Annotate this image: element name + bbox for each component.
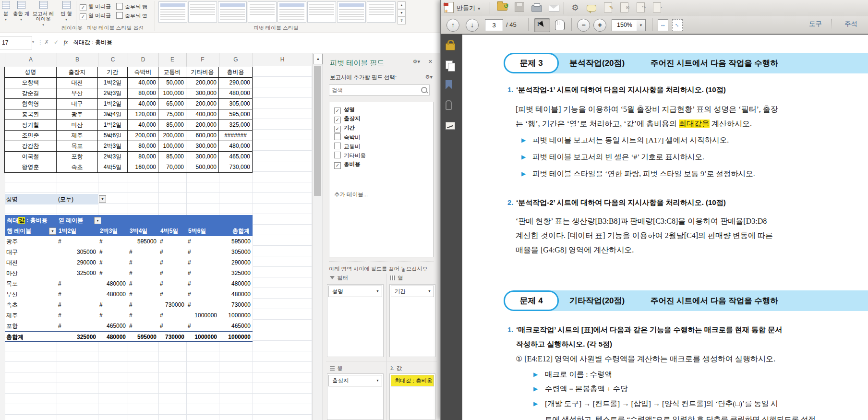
column-header-E[interactable]: E: [158, 53, 187, 66]
table-cell[interactable]: #######: [219, 131, 253, 141]
pivot-filter-value-cell[interactable]: (모두): [57, 194, 98, 204]
pivot-cell[interactable]: #: [158, 278, 186, 289]
pivot-cell[interactable]: #: [98, 257, 128, 268]
field-checkbox-기간[interactable]: ✓기간: [334, 124, 355, 132]
pivot-row-header[interactable]: 포항: [5, 321, 57, 331]
pivot-row-header[interactable]: 마산: [5, 268, 57, 278]
pivot-cell[interactable]: 730000: [158, 300, 186, 310]
cancel-icon[interactable]: ✗: [42, 36, 51, 48]
table-header-cell[interactable]: 교통비: [158, 67, 186, 78]
table-cell[interactable]: 300,000: [186, 141, 219, 152]
pivot-cell[interactable]: 290000: [219, 257, 253, 268]
pivot-cell[interactable]: #: [158, 236, 186, 247]
table-cell[interactable]: 1박2일: [98, 99, 128, 109]
table-cell[interactable]: 홍국환: [5, 109, 57, 120]
column-header-D[interactable]: D: [128, 53, 159, 66]
zoom-out-button[interactable]: −: [577, 19, 590, 32]
pivot-cell[interactable]: #: [186, 289, 219, 300]
table-cell[interactable]: 160,000: [128, 162, 158, 173]
pivot-column-header[interactable]: 총합계: [219, 226, 250, 236]
comments-panel-button[interactable]: 주석: [844, 20, 857, 28]
pivot-cell[interactable]: #: [186, 257, 219, 268]
table-cell[interactable]: 40,000: [128, 99, 158, 109]
field-checkbox-출장지[interactable]: ✓출장지: [334, 115, 361, 123]
table-cell[interactable]: 마산: [57, 120, 98, 131]
gallery-scroll-up-icon[interactable]: ▲: [398, 1, 406, 9]
pivot-cell[interactable]: #: [128, 278, 158, 289]
column-header-H[interactable]: H: [253, 53, 313, 66]
table-cell[interactable]: 3박4일: [98, 109, 128, 120]
pivot-style-tile[interactable]: [188, 1, 217, 23]
table-cell[interactable]: 속초: [57, 162, 98, 173]
table-cell[interactable]: 포항: [57, 152, 98, 162]
name-box[interactable]: 17: [0, 36, 32, 49]
table-cell[interactable]: 80,000: [128, 141, 158, 152]
pivot-style-tile[interactable]: [367, 1, 396, 23]
pivot-cell[interactable]: #: [128, 310, 158, 321]
pivot-cell[interactable]: 1000000: [219, 310, 253, 321]
pivot-cell[interactable]: 480000: [98, 278, 128, 289]
pivot-style-tile[interactable]: [337, 1, 366, 23]
pivot-cell[interactable]: 290000: [57, 257, 98, 268]
table-cell[interactable]: 290,000: [219, 78, 253, 88]
table-header-cell[interactable]: 기타비용: [186, 67, 219, 78]
page-thumbnails-icon[interactable]: [446, 58, 458, 71]
table-cell[interactable]: 50,000: [158, 78, 186, 88]
pivot-cell[interactable]: #: [98, 300, 128, 310]
table-cell[interactable]: 85,000: [158, 152, 186, 162]
chevron-down-icon[interactable]: ▼: [376, 286, 379, 297]
pivot-total-cell[interactable]: 1000000: [186, 332, 219, 342]
pivot-row-header[interactable]: 목포: [5, 278, 57, 289]
pivot-row-header[interactable]: 광주: [5, 236, 57, 247]
pivot-row-header[interactable]: 대전: [5, 257, 57, 268]
pivot-cell[interactable]: #: [158, 247, 186, 257]
pivot-cell[interactable]: #: [158, 321, 186, 331]
columns-area-box[interactable]: 기간▼: [389, 284, 435, 357]
table-header-cell[interactable]: 성명: [5, 67, 57, 78]
select-tool-button[interactable]: I: [534, 18, 550, 32]
pivot-total-cell[interactable]: 1000000: [219, 332, 253, 342]
pivot-value-title[interactable]: 최대값 : 총비용: [7, 215, 48, 226]
table-cell[interactable]: 730,000: [219, 162, 253, 173]
table-cell[interactable]: 80,000: [128, 152, 158, 162]
zoom-dropdown-icon[interactable]: ▼: [637, 19, 646, 31]
bookmarks-icon[interactable]: [446, 78, 458, 91]
comment-bubble-icon[interactable]: [586, 2, 597, 14]
pivot-cell[interactable]: #: [128, 289, 158, 300]
table-cell[interactable]: 강순길: [5, 88, 57, 99]
table-cell[interactable]: 2박3일: [98, 88, 128, 99]
table-cell[interactable]: 4박5일: [98, 162, 128, 173]
pivot-cell[interactable]: #: [98, 310, 128, 321]
next-page-button[interactable]: ↓: [466, 19, 479, 32]
row-label-dropdown-icon[interactable]: ▼: [49, 228, 56, 235]
table-cell[interactable]: 85,000: [158, 120, 186, 131]
table-cell[interactable]: 325,000: [219, 120, 253, 131]
pivot-cell[interactable]: 325000: [219, 268, 253, 278]
previous-page-button[interactable]: ↑: [446, 19, 459, 32]
ribbon-button-3[interactable]: 빈 행 ▾: [58, 1, 75, 22]
fit-page-icon[interactable]: ↔: [672, 19, 683, 31]
chevron-down-icon[interactable]: ▼: [428, 286, 431, 297]
pivot-cell[interactable]: 480000: [98, 289, 128, 300]
table-cell[interactable]: 200,000: [186, 120, 219, 131]
open-file-icon[interactable]: ↺: [496, 2, 508, 14]
pivot-cell[interactable]: #: [57, 300, 98, 310]
table-cell[interactable]: 40,000: [128, 78, 158, 88]
pivot-cell[interactable]: #: [186, 268, 219, 278]
pivot-cell[interactable]: 595000: [219, 236, 253, 247]
pivot-cell[interactable]: 305000: [57, 247, 98, 257]
pivot-total-cell[interactable]: 480000: [98, 332, 128, 342]
zoom-level-input[interactable]: 150%: [612, 19, 638, 31]
pivot-row-header[interactable]: 대구: [5, 247, 57, 257]
table-cell[interactable]: 목포: [57, 141, 98, 152]
pivot-cell[interactable]: 465000: [219, 321, 253, 331]
field-checkbox-숙박비[interactable]: 숙박비: [334, 133, 361, 141]
ribbon-button-0[interactable]: 분 ▾: [1, 1, 11, 22]
table-cell[interactable]: 300,000: [186, 88, 219, 99]
enter-icon[interactable]: ✓: [52, 36, 60, 48]
pivot-cell[interactable]: #: [186, 321, 219, 331]
pivot-total-cell[interactable]: 595000: [128, 332, 158, 342]
column-label-dropdown-icon[interactable]: ▼: [94, 217, 101, 224]
formula-input[interactable]: 최대값 : 총비용: [73, 36, 112, 48]
table-cell[interactable]: 595,000: [219, 109, 253, 120]
